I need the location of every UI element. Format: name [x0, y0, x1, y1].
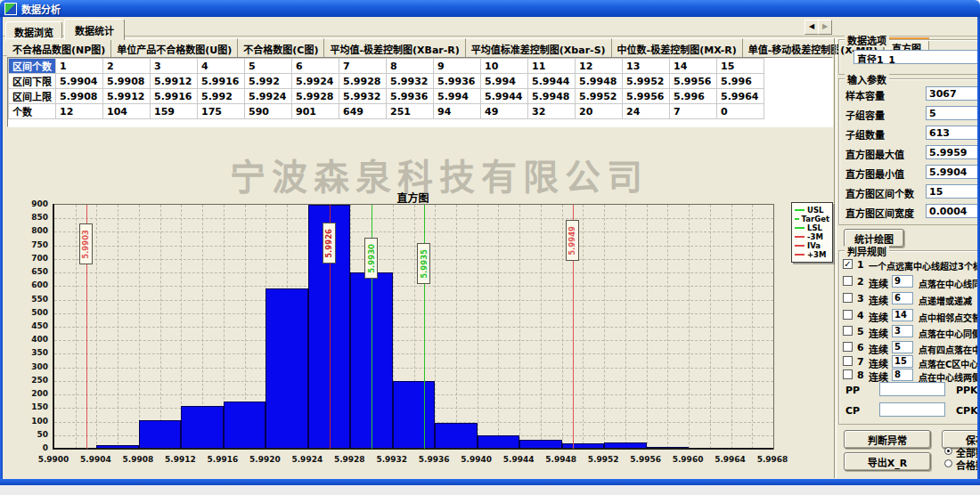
rule-count-input[interactable]: 9: [892, 275, 913, 288]
table-cell[interactable]: 5.992: [198, 89, 245, 104]
row-header[interactable]: 区间个数: [9, 59, 56, 74]
chart-tab-5[interactable]: 平均值标准差控制图(Xbar-S): [466, 38, 612, 58]
table-cell[interactable]: 5.9928: [292, 89, 339, 104]
rule-count-input[interactable]: 3: [892, 325, 913, 337]
param-input[interactable]: 5.9959: [926, 145, 977, 159]
table-cell[interactable]: 13: [623, 59, 670, 74]
table-cell[interactable]: 6: [292, 59, 339, 74]
table-cell[interactable]: 5.9948: [528, 89, 576, 104]
rule-count-input[interactable]: 15: [892, 355, 913, 368]
table-cell[interactable]: 5.9916: [151, 89, 198, 104]
tab-scroll-left-icon[interactable]: ◀: [804, 20, 819, 35]
export-xr-button[interactable]: 导出X_R: [844, 452, 931, 471]
chart-tab-2[interactable]: 单位产品不合格数图(U图): [111, 38, 238, 58]
main-tab-2[interactable]: 数据统计: [64, 19, 125, 40]
param-input[interactable]: 3067: [926, 86, 977, 101]
table-cell[interactable]: 5.9916: [198, 74, 245, 89]
table-cell[interactable]: 175: [198, 104, 245, 119]
table-cell[interactable]: 32: [528, 104, 576, 119]
chart-tab-3[interactable]: 不合格数图(C图): [238, 38, 324, 58]
table-cell[interactable]: 5.9908: [103, 74, 151, 89]
table-cell[interactable]: 5.9964: [717, 89, 764, 104]
rule-count-input[interactable]: 14: [892, 309, 913, 321]
table-cell[interactable]: 5.9932: [387, 74, 434, 89]
table-cell[interactable]: 159: [151, 104, 198, 119]
row-header[interactable]: 个数: [9, 104, 56, 119]
table-cell[interactable]: 5.9928: [339, 74, 387, 89]
rule-checkbox-2[interactable]: [843, 276, 853, 286]
rule-checkbox-1[interactable]: ✓: [843, 259, 853, 269]
rule-checkbox-7[interactable]: [843, 356, 853, 366]
tab-scroll-right-icon[interactable]: ▶: [818, 20, 832, 35]
table-cell[interactable]: 24: [623, 104, 670, 119]
chart-tab-4[interactable]: 平均值-极差控制图(XBar-R): [324, 38, 465, 58]
chart-tab-1[interactable]: 不合格品数图(NP图): [7, 38, 111, 58]
table-cell[interactable]: 5.9924: [245, 89, 292, 104]
table-cell[interactable]: 5.992: [245, 74, 292, 89]
judge-anomaly-button[interactable]: 判断异常: [844, 430, 931, 449]
table-cell[interactable]: 15: [717, 59, 764, 74]
row-header[interactable]: 区间下限: [9, 74, 56, 89]
table-cell[interactable]: 5.9904: [56, 74, 103, 89]
rule-checkbox-3[interactable]: [843, 293, 853, 303]
table-cell[interactable]: 5.9952: [576, 89, 623, 104]
table-cell[interactable]: 11: [528, 59, 576, 74]
table-cell[interactable]: 5.9924: [292, 74, 339, 89]
table-cell[interactable]: 49: [481, 104, 528, 119]
rule-checkbox-6[interactable]: [843, 342, 853, 352]
rule-count-input[interactable]: 8: [892, 369, 913, 381]
table-cell[interactable]: 0: [717, 104, 764, 119]
table-cell[interactable]: 14: [670, 59, 717, 74]
table-cell[interactable]: 5.994: [481, 74, 528, 89]
param-input[interactable]: 5.9904: [926, 165, 977, 179]
row-header[interactable]: 区间上限: [9, 89, 56, 104]
table-cell[interactable]: 5.9956: [670, 74, 717, 89]
table-cell[interactable]: 8: [387, 59, 434, 74]
title-bar[interactable]: 数据分析: [0, 0, 980, 17]
chart-tab-6[interactable]: 中位数-极差控制图(MX-R): [612, 38, 743, 58]
table-cell[interactable]: 2: [103, 59, 151, 74]
table-cell[interactable]: 1: [56, 59, 103, 74]
table-cell[interactable]: 20: [576, 104, 623, 119]
table-cell[interactable]: 104: [103, 104, 151, 119]
param-input[interactable]: 0.0004: [926, 204, 977, 218]
param-input[interactable]: 15: [926, 184, 977, 199]
pp-input[interactable]: [879, 382, 945, 396]
table-cell[interactable]: 4: [198, 59, 245, 74]
table-cell[interactable]: 7: [339, 59, 387, 74]
table-cell[interactable]: 5.9908: [56, 89, 103, 104]
table-cell[interactable]: 5.996: [670, 89, 717, 104]
table-cell[interactable]: 12: [56, 104, 103, 119]
table-cell[interactable]: 5: [245, 59, 292, 74]
rule-checkbox-4[interactable]: [843, 310, 853, 320]
rule-count-input[interactable]: 6: [892, 292, 913, 304]
table-cell[interactable]: 7: [670, 104, 717, 119]
param-input[interactable]: 5: [926, 106, 977, 120]
table-cell[interactable]: 5.9912: [103, 89, 151, 104]
table-cell[interactable]: 12: [576, 59, 623, 74]
table-cell[interactable]: 5.9936: [434, 74, 481, 89]
table-cell[interactable]: 901: [292, 104, 339, 119]
all-data-radio[interactable]: [944, 447, 952, 455]
table-cell[interactable]: 5.9944: [528, 74, 576, 89]
table-cell[interactable]: 5.9944: [481, 89, 528, 104]
table-cell[interactable]: 5.9932: [339, 89, 387, 104]
rule-checkbox-5[interactable]: [843, 326, 853, 336]
rule-checkbox-8[interactable]: [843, 369, 853, 379]
table-cell[interactable]: 5.996: [717, 74, 764, 89]
table-cell[interactable]: 5.994: [434, 89, 481, 104]
data-option-list[interactable]: 直径1_1: [853, 50, 977, 64]
table-cell[interactable]: 5.9936: [387, 89, 434, 104]
table-cell[interactable]: 590: [245, 104, 292, 119]
table-cell[interactable]: 94: [434, 104, 481, 119]
table-cell[interactable]: 10: [481, 59, 528, 74]
passed-data-radio[interactable]: [944, 459, 952, 467]
cp-input[interactable]: [879, 402, 945, 417]
rule-count-input[interactable]: 5: [892, 341, 913, 353]
table-cell[interactable]: 649: [339, 104, 387, 119]
table-cell[interactable]: 5.9912: [151, 74, 198, 89]
table-cell[interactable]: 5.9952: [623, 74, 670, 89]
table-cell[interactable]: 3: [151, 59, 198, 74]
table-cell[interactable]: 251: [387, 104, 434, 119]
table-cell[interactable]: 5.9948: [576, 74, 623, 89]
